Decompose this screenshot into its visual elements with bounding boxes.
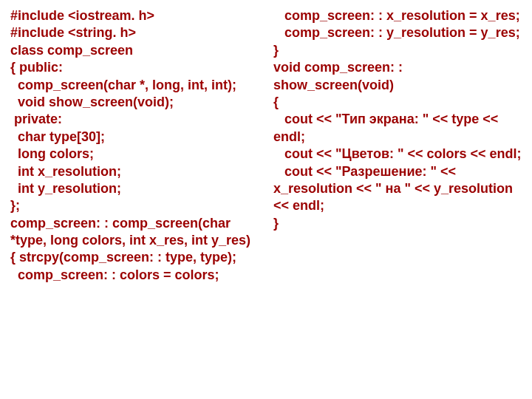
code-line: { bbox=[273, 94, 522, 111]
code-line: char type[30]; bbox=[10, 129, 259, 146]
code-line: void comp_screen: : show_screen(void) bbox=[273, 59, 522, 94]
code-line: int y_resolution; bbox=[10, 180, 259, 197]
code-line: comp_screen: : x_resolution = x_res; bbox=[273, 7, 522, 24]
code-line: { strcpy(comp_screen: : type, type); bbox=[10, 249, 259, 266]
code-line: }; bbox=[10, 197, 259, 214]
code-line: #include <string. h> bbox=[10, 24, 259, 41]
code-line: comp_screen: : comp_screen(char *type, l… bbox=[10, 215, 259, 250]
code-line: comp_screen(char *, long, int, int); bbox=[10, 77, 259, 94]
code-line: long colors; bbox=[10, 146, 259, 163]
code-column-left: #include <iostream. h>#include <string. … bbox=[10, 7, 259, 284]
code-line: int x_resolution; bbox=[10, 163, 259, 180]
code-line: private: bbox=[10, 111, 259, 128]
code-line: cout << "Цветов: " << colors << endl; bbox=[273, 146, 522, 163]
code-line: cout << "Тип экрана: " << type << endl; bbox=[273, 111, 522, 146]
code-line: class comp_screen bbox=[10, 42, 259, 59]
code-line: #include <iostream. h> bbox=[10, 7, 259, 24]
code-slide: #include <iostream. h>#include <string. … bbox=[0, 0, 532, 291]
code-line: { public: bbox=[10, 59, 259, 76]
code-line: cout << "Разрешение: " << x_resolution <… bbox=[273, 163, 522, 215]
code-line: } bbox=[273, 215, 522, 232]
code-line: } bbox=[273, 42, 522, 59]
code-column-right: comp_screen: : x_resolution = x_res; com… bbox=[273, 7, 522, 284]
code-line: comp_screen: : colors = colors; bbox=[10, 267, 259, 284]
code-line: void show_screen(void); bbox=[10, 94, 259, 111]
code-line: comp_screen: : y_resolution = y_res; bbox=[273, 24, 522, 41]
